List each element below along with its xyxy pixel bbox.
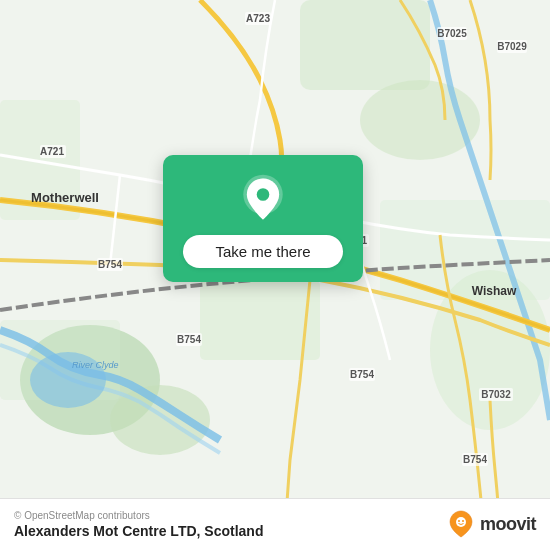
place-name: Alexanders Mot Centre LTD, Scotland	[14, 523, 263, 539]
svg-text:A721: A721	[40, 146, 64, 157]
svg-text:B754: B754	[177, 334, 201, 345]
svg-text:B7032: B7032	[481, 389, 511, 400]
location-card[interactable]: Take me there	[163, 155, 363, 282]
svg-text:B754: B754	[350, 369, 374, 380]
moovit-logo: moovit	[446, 509, 536, 539]
take-me-there-button[interactable]: Take me there	[183, 235, 343, 268]
bottom-bar: © OpenStreetMap contributors Alexanders …	[0, 498, 550, 550]
bottom-left-info: © OpenStreetMap contributors Alexanders …	[14, 510, 263, 539]
svg-point-43	[462, 520, 464, 522]
moovit-icon	[446, 509, 476, 539]
svg-text:River Clyde: River Clyde	[72, 360, 119, 370]
svg-rect-3	[300, 0, 430, 90]
svg-text:B754: B754	[98, 259, 122, 270]
svg-point-42	[458, 520, 460, 522]
svg-text:A723: A723	[246, 13, 270, 24]
svg-text:B7025: B7025	[437, 28, 467, 39]
osm-credit: © OpenStreetMap contributors	[14, 510, 263, 521]
svg-point-41	[456, 517, 466, 527]
svg-point-39	[257, 188, 270, 201]
svg-text:B7029: B7029	[497, 41, 527, 52]
location-pin-icon	[237, 173, 289, 225]
moovit-text: moovit	[480, 514, 536, 535]
svg-text:B754: B754	[463, 454, 487, 465]
svg-text:Motherwell: Motherwell	[31, 190, 99, 205]
svg-text:Wishaw: Wishaw	[472, 284, 517, 298]
map-container: A723 A723 A721 A721 A721 A721 B7025 B702…	[0, 0, 550, 550]
